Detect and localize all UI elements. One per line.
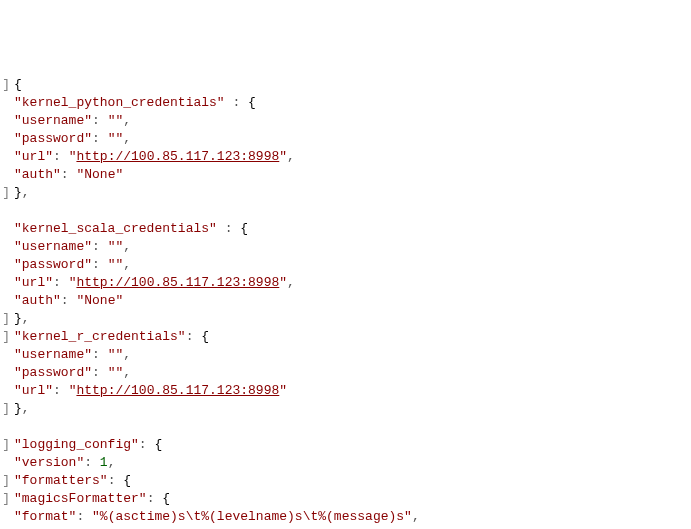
json-string: "" [108, 365, 124, 380]
json-punct: : [53, 383, 69, 398]
json-string: "" [108, 257, 124, 272]
code-content: }, [12, 185, 30, 200]
json-string: "" [108, 347, 124, 362]
json-key: "kernel_scala_credentials" [14, 221, 217, 236]
code-content: "password": "", [12, 257, 131, 272]
code-line: "auth": "None" [0, 166, 691, 184]
json-brace: } [14, 185, 22, 200]
code-line: "username": "", [0, 346, 691, 364]
code-content: "formatters": { [12, 473, 131, 488]
code-line: ]}, [0, 310, 691, 328]
json-punct: , [287, 275, 295, 290]
code-line: "username": "", [0, 112, 691, 130]
json-punct: , [108, 455, 116, 470]
code-content: "username": "", [12, 239, 131, 254]
gutter-marker: ] [0, 400, 12, 418]
code-line: "kernel_python_credentials" : { [0, 94, 691, 112]
json-punct: : [92, 365, 108, 380]
gutter-marker: ] [0, 310, 12, 328]
json-brace: { [123, 473, 131, 488]
json-number: 1 [100, 455, 108, 470]
code-line: "password": "", [0, 256, 691, 274]
json-key: "url" [14, 275, 53, 290]
json-punct: , [287, 149, 295, 164]
code-content: "auth": "None" [12, 167, 123, 182]
json-punct: : [139, 437, 155, 452]
json-key: "formatters" [14, 473, 108, 488]
json-key: "username" [14, 113, 92, 128]
url-link[interactable]: http://100.85.117.123:8998 [76, 149, 279, 164]
code-content: { [12, 77, 22, 92]
json-punct: : [217, 221, 240, 236]
code-content: "username": "", [12, 347, 131, 362]
json-punct: : [92, 257, 108, 272]
code-content: "magicsFormatter": { [12, 491, 170, 506]
json-key: "auth" [14, 167, 61, 182]
json-brace: { [201, 329, 209, 344]
json-key: "kernel_r_credentials" [14, 329, 186, 344]
json-punct: , [123, 113, 131, 128]
code-line: "password": "", [0, 130, 691, 148]
json-key: "kernel_python_credentials" [14, 95, 225, 110]
code-content: "format": "%(asctime)s\t%(levelname)s\t%… [12, 509, 420, 524]
code-line: ]}, [0, 400, 691, 418]
json-brace: { [162, 491, 170, 506]
json-punct: : [61, 293, 77, 308]
json-punct: , [123, 257, 131, 272]
code-line: ]"magicsFormatter": { [0, 490, 691, 508]
json-punct: , [123, 239, 131, 254]
json-brace: { [14, 77, 22, 92]
code-content: "kernel_scala_credentials" : { [12, 221, 248, 236]
code-content: "url": "http://100.85.117.123:8998" [12, 383, 287, 398]
code-line: "kernel_scala_credentials" : { [0, 220, 691, 238]
json-string: " [279, 275, 287, 290]
json-key: "magicsFormatter" [14, 491, 147, 506]
json-key: "url" [14, 149, 53, 164]
json-punct: , [412, 509, 420, 524]
code-content: "kernel_r_credentials": { [12, 329, 209, 344]
json-punct: , [123, 347, 131, 362]
json-punct: , [22, 185, 30, 200]
gutter-marker: ] [0, 472, 12, 490]
code-content: "url": "http://100.85.117.123:8998", [12, 149, 295, 164]
url-link[interactable]: http://100.85.117.123:8998 [76, 275, 279, 290]
gutter-marker: ] [0, 184, 12, 202]
code-line: "url": "http://100.85.117.123:8998", [0, 148, 691, 166]
json-brace: { [240, 221, 248, 236]
code-line: ]}, [0, 184, 691, 202]
json-brace: } [14, 401, 22, 416]
code-line: "format": "%(asctime)s\t%(levelname)s\t%… [0, 508, 691, 526]
json-string: "%(asctime)s\t%(levelname)s\t%(message)s… [92, 509, 412, 524]
code-line: ]"logging_config": { [0, 436, 691, 454]
code-line: "password": "", [0, 364, 691, 382]
json-punct: : [92, 347, 108, 362]
json-punct: : [92, 239, 108, 254]
json-key: "url" [14, 383, 53, 398]
json-key: "username" [14, 347, 92, 362]
json-key: "version" [14, 455, 84, 470]
json-string: "" [108, 131, 124, 146]
url-link[interactable]: http://100.85.117.123:8998 [76, 383, 279, 398]
json-brace: } [14, 311, 22, 326]
code-content [12, 203, 14, 218]
json-string: " [279, 149, 287, 164]
code-line: "url": "http://100.85.117.123:8998" [0, 382, 691, 400]
code-content: "url": "http://100.85.117.123:8998", [12, 275, 295, 290]
json-punct: : [53, 149, 69, 164]
code-line [0, 202, 691, 220]
json-punct: : [108, 473, 124, 488]
code-content: "version": 1, [12, 455, 115, 470]
json-punct: : [186, 329, 202, 344]
code-content: }, [12, 401, 30, 416]
gutter-marker: ] [0, 328, 12, 346]
json-punct: , [123, 131, 131, 146]
code-line: "auth": "None" [0, 292, 691, 310]
code-line: "username": "", [0, 238, 691, 256]
json-string: "" [108, 113, 124, 128]
code-line: "version": 1, [0, 454, 691, 472]
json-key: "password" [14, 257, 92, 272]
json-punct: : [53, 275, 69, 290]
json-punct: , [123, 365, 131, 380]
json-key: "logging_config" [14, 437, 139, 452]
code-line: ]"kernel_r_credentials": { [0, 328, 691, 346]
